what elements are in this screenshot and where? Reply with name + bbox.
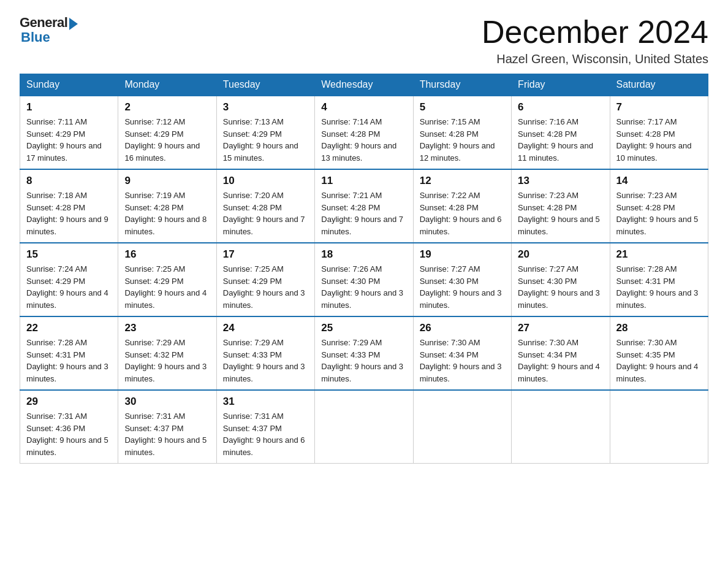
day-info: Sunrise: 7:27 AMSunset: 4:30 PMDaylight:…: [518, 264, 600, 310]
day-info: Sunrise: 7:28 AMSunset: 4:31 PMDaylight:…: [616, 264, 699, 310]
table-row: 15 Sunrise: 7:24 AMSunset: 4:29 PMDaylig…: [20, 243, 118, 316]
table-row: 22 Sunrise: 7:28 AMSunset: 4:31 PMDaylig…: [20, 316, 118, 390]
logo-blue-text: Blue: [21, 29, 50, 45]
day-info: Sunrise: 7:25 AMSunset: 4:29 PMDaylight:…: [124, 264, 207, 310]
table-row: 14 Sunrise: 7:23 AMSunset: 4:28 PMDaylig…: [610, 169, 708, 243]
day-number: 13: [518, 175, 603, 187]
month-title: December 2024: [482, 15, 708, 50]
col-saturday: Saturday: [610, 74, 708, 96]
calendar-week-row: 1 Sunrise: 7:11 AMSunset: 4:29 PMDayligh…: [20, 96, 708, 169]
day-info: Sunrise: 7:29 AMSunset: 4:33 PMDaylight:…: [321, 338, 403, 383]
day-number: 26: [420, 322, 505, 334]
day-info: Sunrise: 7:19 AMSunset: 4:28 PMDaylight:…: [124, 191, 207, 236]
day-number: 18: [321, 248, 406, 261]
table-row: 30 Sunrise: 7:31 AMSunset: 4:37 PMDaylig…: [118, 390, 216, 464]
table-row: 10 Sunrise: 7:20 AMSunset: 4:28 PMDaylig…: [216, 169, 314, 243]
table-row: 3 Sunrise: 7:13 AMSunset: 4:29 PMDayligh…: [216, 96, 314, 169]
calendar-week-row: 8 Sunrise: 7:18 AMSunset: 4:28 PMDayligh…: [20, 169, 708, 243]
day-info: Sunrise: 7:20 AMSunset: 4:28 PMDaylight:…: [223, 191, 305, 236]
day-number: 8: [26, 175, 112, 187]
day-info: Sunrise: 7:11 AMSunset: 4:29 PMDaylight:…: [26, 117, 102, 163]
day-info: Sunrise: 7:12 AMSunset: 4:29 PMDaylight:…: [124, 117, 200, 163]
col-friday: Friday: [512, 74, 610, 96]
calendar-week-row: 22 Sunrise: 7:28 AMSunset: 4:31 PMDaylig…: [20, 316, 708, 390]
table-row: 5 Sunrise: 7:15 AMSunset: 4:28 PMDayligh…: [413, 96, 511, 169]
logo-arrow-icon: [69, 18, 78, 30]
table-row: 19 Sunrise: 7:27 AMSunset: 4:30 PMDaylig…: [413, 243, 511, 316]
day-number: 9: [124, 175, 210, 187]
day-number: 11: [321, 175, 406, 187]
day-number: 25: [321, 322, 406, 334]
day-info: Sunrise: 7:15 AMSunset: 4:28 PMDaylight:…: [420, 117, 495, 163]
day-info: Sunrise: 7:29 AMSunset: 4:32 PMDaylight:…: [124, 338, 207, 383]
table-row: 29 Sunrise: 7:31 AMSunset: 4:36 PMDaylig…: [20, 390, 118, 464]
table-row: 17 Sunrise: 7:25 AMSunset: 4:29 PMDaylig…: [216, 243, 314, 316]
table-row: [315, 390, 413, 464]
day-number: 1: [26, 101, 112, 113]
day-info: Sunrise: 7:30 AMSunset: 4:34 PMDaylight:…: [518, 338, 600, 383]
day-info: Sunrise: 7:31 AMSunset: 4:37 PMDaylight:…: [124, 412, 207, 457]
day-info: Sunrise: 7:22 AMSunset: 4:28 PMDaylight:…: [420, 191, 502, 236]
day-number: 15: [26, 248, 112, 261]
day-number: 10: [223, 175, 308, 187]
table-row: 26 Sunrise: 7:30 AMSunset: 4:34 PMDaylig…: [413, 316, 511, 390]
table-row: 7 Sunrise: 7:17 AMSunset: 4:28 PMDayligh…: [610, 96, 708, 169]
table-row: [512, 390, 610, 464]
location-subtitle: Hazel Green, Wisconsin, United States: [482, 52, 708, 66]
page-header: General Blue December 2024 Hazel Green, …: [20, 15, 708, 66]
day-number: 24: [223, 322, 308, 334]
table-row: [413, 390, 511, 464]
day-number: 23: [124, 322, 210, 334]
day-info: Sunrise: 7:16 AMSunset: 4:28 PMDaylight:…: [518, 117, 593, 163]
day-number: 21: [616, 248, 702, 261]
day-number: 14: [616, 175, 702, 187]
table-row: 23 Sunrise: 7:29 AMSunset: 4:32 PMDaylig…: [118, 316, 216, 390]
logo-general-text: General: [20, 15, 67, 31]
day-number: 6: [518, 101, 603, 113]
table-row: [610, 390, 708, 464]
table-row: 16 Sunrise: 7:25 AMSunset: 4:29 PMDaylig…: [118, 243, 216, 316]
day-info: Sunrise: 7:31 AMSunset: 4:37 PMDaylight:…: [223, 412, 305, 457]
day-number: 17: [223, 248, 308, 261]
table-row: 8 Sunrise: 7:18 AMSunset: 4:28 PMDayligh…: [20, 169, 118, 243]
day-info: Sunrise: 7:28 AMSunset: 4:31 PMDaylight:…: [26, 338, 108, 383]
day-info: Sunrise: 7:17 AMSunset: 4:28 PMDaylight:…: [616, 117, 692, 163]
day-info: Sunrise: 7:13 AMSunset: 4:29 PMDaylight:…: [223, 117, 298, 163]
col-sunday: Sunday: [20, 74, 118, 96]
day-number: 3: [223, 101, 308, 113]
day-info: Sunrise: 7:26 AMSunset: 4:30 PMDaylight:…: [321, 264, 403, 310]
table-row: 11 Sunrise: 7:21 AMSunset: 4:28 PMDaylig…: [315, 169, 413, 243]
title-block: December 2024 Hazel Green, Wisconsin, Un…: [482, 15, 708, 66]
day-info: Sunrise: 7:18 AMSunset: 4:28 PMDaylight:…: [26, 191, 108, 236]
day-number: 27: [518, 322, 603, 334]
logo: General Blue: [20, 15, 78, 45]
day-number: 22: [26, 322, 112, 334]
table-row: 28 Sunrise: 7:30 AMSunset: 4:35 PMDaylig…: [610, 316, 708, 390]
calendar-week-row: 29 Sunrise: 7:31 AMSunset: 4:36 PMDaylig…: [20, 390, 708, 464]
day-info: Sunrise: 7:23 AMSunset: 4:28 PMDaylight:…: [616, 191, 699, 236]
calendar-header-row: Sunday Monday Tuesday Wednesday Thursday…: [20, 74, 708, 96]
day-number: 30: [124, 396, 210, 408]
day-number: 20: [518, 248, 603, 261]
day-number: 19: [420, 248, 505, 261]
day-info: Sunrise: 7:30 AMSunset: 4:35 PMDaylight:…: [616, 338, 699, 383]
day-info: Sunrise: 7:21 AMSunset: 4:28 PMDaylight:…: [321, 191, 403, 236]
day-info: Sunrise: 7:24 AMSunset: 4:29 PMDaylight:…: [26, 264, 108, 310]
table-row: 21 Sunrise: 7:28 AMSunset: 4:31 PMDaylig…: [610, 243, 708, 316]
table-row: 18 Sunrise: 7:26 AMSunset: 4:30 PMDaylig…: [315, 243, 413, 316]
table-row: 6 Sunrise: 7:16 AMSunset: 4:28 PMDayligh…: [512, 96, 610, 169]
table-row: 25 Sunrise: 7:29 AMSunset: 4:33 PMDaylig…: [315, 316, 413, 390]
day-number: 5: [420, 101, 505, 113]
col-wednesday: Wednesday: [315, 74, 413, 96]
calendar-week-row: 15 Sunrise: 7:24 AMSunset: 4:29 PMDaylig…: [20, 243, 708, 316]
day-info: Sunrise: 7:30 AMSunset: 4:34 PMDaylight:…: [420, 338, 502, 383]
col-tuesday: Tuesday: [216, 74, 314, 96]
day-number: 2: [124, 101, 210, 113]
col-monday: Monday: [118, 74, 216, 96]
calendar-table: Sunday Monday Tuesday Wednesday Thursday…: [20, 74, 708, 464]
day-number: 4: [321, 101, 406, 113]
day-info: Sunrise: 7:23 AMSunset: 4:28 PMDaylight:…: [518, 191, 600, 236]
table-row: 1 Sunrise: 7:11 AMSunset: 4:29 PMDayligh…: [20, 96, 118, 169]
table-row: 13 Sunrise: 7:23 AMSunset: 4:28 PMDaylig…: [512, 169, 610, 243]
table-row: 4 Sunrise: 7:14 AMSunset: 4:28 PMDayligh…: [315, 96, 413, 169]
